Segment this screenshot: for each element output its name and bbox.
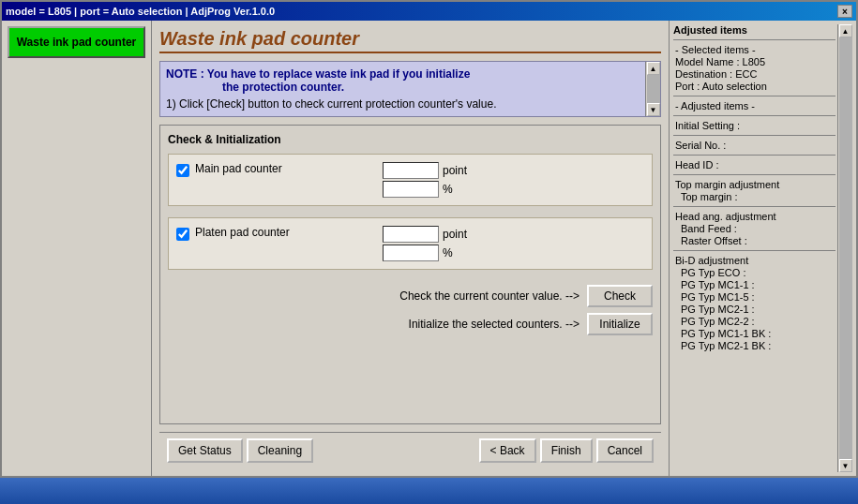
main-pad-point-unit: point [443,164,467,177]
serial-no: Serial No. : [673,140,835,151]
platen-pad-percent-row: % [383,245,467,261]
scroll-down-btn[interactable]: ▼ [647,103,660,116]
platen-pad-checkbox[interactable] [176,228,189,241]
pg-typ-mc1-1: PG Typ MC1-1 : [673,279,835,290]
port: Port : Auto selection [673,81,835,92]
initialize-button[interactable]: Initialize [587,313,653,335]
scroll-track [647,75,660,103]
main-pad-percent-input[interactable] [383,181,439,198]
platen-pad-percent-input[interactable] [383,245,439,261]
main-pad-point-input[interactable] [383,162,439,179]
sidebar-item-waste-ink[interactable]: Waste ink pad counter [8,26,145,58]
note-step1: 1) Click [Check] button to check current… [166,97,640,111]
raster-offset: Raster Offset : [673,235,835,246]
right-scroll-down-btn[interactable]: ▼ [839,459,852,472]
main-pad-row: Main pad counter point % [168,154,653,206]
init-action-row: Initialize the selected counters. --> In… [168,313,653,335]
divider-5 [673,155,835,156]
main-pad-percent-unit: % [443,183,453,196]
page-title: Waste ink pad counter [159,28,661,53]
get-status-button[interactable]: Get Status [167,438,243,463]
check-action-label: Check the current counter value. --> [399,289,580,303]
main-pad-percent-row: % [383,181,467,198]
model-name: Model Name : L805 [673,56,835,67]
finish-button[interactable]: Finish [540,438,593,463]
cleaning-button[interactable]: Cleaning [247,438,313,463]
main-window: model = L805 | port = Auto selection | A… [0,0,858,478]
check-action-row: Check the current counter value. --> Che… [168,285,653,307]
platen-pad-percent-unit: % [443,246,453,259]
main-content: Waste ink pad counter NOTE : You have to… [152,21,669,476]
main-pad-inputs: point % [383,162,467,198]
pg-typ-mc2-1-bk: PG Typ MC2-1 BK : [673,340,835,351]
main-pad-label: Main pad counter [195,162,383,175]
band-feed: Band Feed : [673,223,835,234]
platen-pad-label: Platen pad counter [195,226,383,239]
right-content: Adjusted items - Selected items - Model … [673,24,835,351]
adjusted-items-header: - Adjusted items - [673,100,835,111]
note-text-line1: NOTE : You have to replace waste ink pad… [166,67,640,94]
pg-typ-mc1-5: PG Typ MC1-5 : [673,291,835,303]
check-button[interactable]: Check [587,285,653,307]
close-button[interactable]: × [837,5,852,18]
right-scroll-up-btn[interactable]: ▲ [839,24,852,37]
note-box: NOTE : You have to replace waste ink pad… [159,61,661,117]
init-action-label: Initialize the selected counters. --> [409,318,580,331]
note-scrollbar: ▲ ▼ [645,62,660,116]
main-pad-checkbox[interactable] [176,164,189,177]
top-margin-sub: Top margin : [673,191,835,202]
action-area: Check the current counter value. --> Che… [168,281,653,345]
right-panel: Adjusted items - Selected items - Model … [669,21,856,476]
divider-1 [673,39,835,40]
top-margin-adj: Top margin adjustment [673,179,835,190]
head-ang-adj: Head ang. adjustment [673,211,835,222]
sidebar: Waste ink pad counter [2,21,152,476]
head-id: Head ID : [673,159,835,170]
check-section: Check & Initialization Main pad counter … [159,125,661,424]
platen-pad-inputs: point % [383,226,467,261]
footer-bar: Get Status Cleaning < Back Finish Cancel [159,432,661,468]
selected-items-header: - Selected items - [673,44,835,55]
destination: Destination : ECC [673,68,835,80]
pg-typ-mc1-1-bk: PG Typ MC1-1 BK : [673,328,835,339]
platen-pad-point-row: point [383,226,467,243]
divider-2 [673,96,835,96]
main-pad-point-row: point [383,162,467,179]
right-panel-inner: Adjusted items - Selected items - Model … [673,24,852,472]
divider-8 [673,250,835,251]
content-area: Waste ink pad counter Waste ink pad coun… [2,21,856,476]
pg-typ-eco: PG Typ ECO : [673,267,835,278]
adjusted-items-title: Adjusted items [673,24,835,36]
bid-adj: Bi-D adjustment [673,255,835,266]
platen-pad-point-input[interactable] [383,226,439,243]
divider-6 [673,174,835,175]
divider-3 [673,115,835,116]
check-section-title: Check & Initialization [168,133,653,146]
initial-setting: Initial Setting : [673,120,835,131]
title-bar: model = L805 | port = Auto selection | A… [2,2,856,21]
cancel-button[interactable]: Cancel [596,438,654,463]
platen-pad-point-unit: point [443,228,467,241]
pg-typ-mc2-1: PG Typ MC2-1 : [673,304,835,315]
platen-pad-row: Platen pad counter point % [168,217,653,270]
divider-4 [673,135,835,136]
right-scrollbar: ▲ ▼ [837,24,852,472]
taskbar [0,478,858,504]
divider-7 [673,206,835,207]
scroll-up-btn[interactable]: ▲ [647,62,660,75]
pg-typ-mc2-2: PG Typ MC2-2 : [673,316,835,327]
back-button[interactable]: < Back [479,438,536,463]
right-scroll-track [839,37,852,459]
window-title: model = L805 | port = Auto selection | A… [6,6,837,17]
